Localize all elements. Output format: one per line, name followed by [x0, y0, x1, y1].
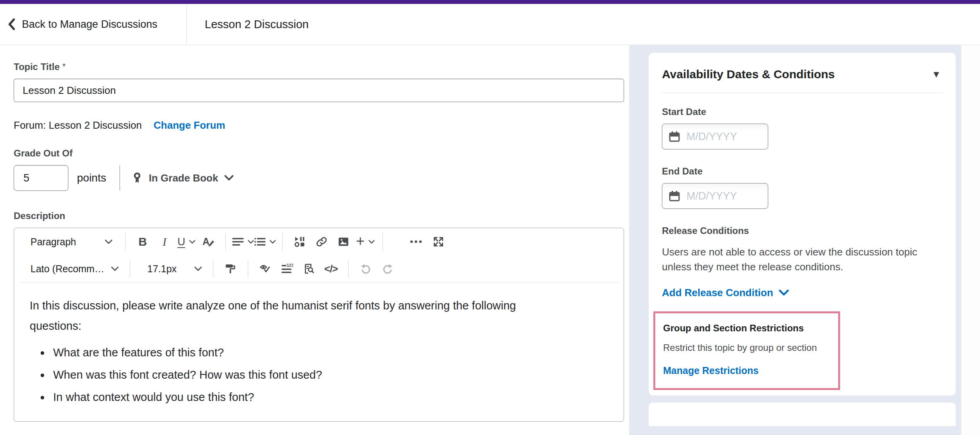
bulleted-list-icon	[254, 237, 266, 246]
image-icon	[338, 236, 349, 247]
toolbar-divider	[248, 260, 248, 278]
fullscreen-button[interactable]	[427, 231, 449, 253]
fullscreen-icon	[433, 236, 444, 247]
font-family-select[interactable]: Lato (Recomm…	[21, 258, 123, 280]
group-restrictions-title: Group and Section Restrictions	[663, 323, 830, 334]
add-release-condition-dropdown[interactable]: Add Release Condition	[662, 287, 789, 299]
chevron-down-icon	[248, 240, 254, 244]
end-date-input[interactable]	[687, 190, 753, 202]
back-chevron-icon	[8, 18, 16, 30]
points-unit-label: points	[77, 172, 106, 184]
chevron-down-icon	[368, 240, 375, 244]
description-paragraph: In this discussion, please write analyze…	[30, 296, 542, 336]
link-icon	[316, 236, 327, 247]
insert-link-button[interactable]	[311, 231, 333, 253]
description-bullet: When was this font created? How was this…	[50, 367, 606, 383]
toolbar-divider	[125, 233, 125, 251]
chevron-down-icon	[194, 266, 202, 271]
description-bullet-list: What are the features of this font? When…	[30, 345, 606, 405]
font-family-value: Lato (Recomm…	[30, 263, 104, 275]
topic-title-input[interactable]	[14, 79, 624, 102]
chevron-down-icon	[105, 239, 113, 244]
forum-name-text: Forum: Lesson 2 Discussion	[14, 119, 142, 131]
paint-roller-icon	[225, 263, 236, 274]
chevron-down-icon	[779, 289, 789, 296]
preview-button[interactable]	[298, 258, 320, 280]
redo-button[interactable]	[377, 258, 399, 280]
page-title: Lesson 2 Discussion	[205, 18, 309, 31]
format-painter-button[interactable]	[220, 258, 241, 280]
topic-title-label: Topic Title *	[14, 61, 66, 72]
grade-points-input[interactable]	[14, 165, 68, 191]
start-date-picker[interactable]	[662, 124, 768, 149]
underline-dropdown-button[interactable]: U	[175, 231, 197, 253]
required-asterisk: *	[62, 61, 66, 71]
accessibility-check-button[interactable]	[254, 258, 276, 280]
back-to-manage-discussions-link[interactable]: Back to Manage Discussions	[0, 18, 186, 31]
source-code-button[interactable]: </>	[320, 258, 342, 280]
chevron-down-icon	[224, 175, 234, 181]
settings-sidebar: Availability Dates & Conditions ▼ Start …	[629, 45, 980, 435]
next-panel-partial	[649, 403, 956, 426]
description-editor-content[interactable]: In this discussion, please write analyze…	[20, 282, 618, 421]
start-date-input[interactable]	[687, 131, 753, 143]
wordcount-digits: 123	[287, 263, 293, 268]
rich-text-editor: Paragraph B I U A	[14, 228, 624, 422]
accessibility-eye-check-icon	[260, 263, 271, 274]
collapse-triangle-icon: ▼	[932, 69, 941, 79]
editor-toolbar-row-2: Lato (Recomm… 17.1px	[14, 255, 624, 282]
word-count-button[interactable]: 123	[276, 258, 298, 280]
font-color-icon: A	[202, 236, 215, 248]
plus-icon: +	[356, 234, 365, 248]
insert-more-dropdown-button[interactable]: +	[354, 231, 376, 253]
insert-stuff-icon	[294, 236, 305, 247]
font-size-value: 17.1px	[147, 263, 177, 275]
manage-restrictions-link[interactable]: Manage Restrictions	[663, 365, 759, 376]
add-release-condition-label: Add Release Condition	[662, 287, 773, 299]
redo-icon	[382, 263, 393, 274]
calendar-icon	[669, 131, 680, 142]
toolbar-divider	[383, 233, 383, 251]
list-dropdown-button[interactable]	[254, 231, 276, 253]
release-conditions-label: Release Conditions	[662, 225, 942, 236]
grade-medal-icon	[132, 172, 143, 184]
toolbar-divider	[225, 233, 226, 251]
more-actions-button[interactable]: •••	[406, 231, 427, 253]
chevron-down-icon	[189, 240, 195, 244]
toolbar-divider	[130, 260, 130, 278]
panel-divider	[662, 93, 942, 93]
italic-button[interactable]: I	[154, 231, 175, 253]
topic-edit-form: Topic Title * Forum: Lesson 2 Discussion…	[0, 45, 629, 435]
in-grade-book-label: In Grade Book	[149, 172, 218, 184]
description-bullet: In what context would you use this font?	[50, 389, 606, 405]
collapse-panel-button[interactable]: ▼	[930, 68, 942, 81]
end-date-picker[interactable]	[662, 183, 768, 209]
bold-button[interactable]: B	[132, 231, 154, 253]
undo-icon	[360, 263, 371, 274]
font-color-button[interactable]: A	[197, 231, 219, 253]
insert-image-button[interactable]	[333, 231, 354, 253]
grade-row-divider	[120, 165, 120, 191]
preview-document-icon	[304, 263, 315, 274]
chevron-down-icon	[270, 240, 276, 244]
back-link-label: Back to Manage Discussions	[22, 18, 157, 31]
undo-button[interactable]	[355, 258, 377, 280]
header-divider	[186, 4, 187, 45]
chevron-down-icon	[111, 266, 119, 271]
grade-out-of-label: Grade Out Of	[14, 148, 629, 159]
availability-panel: Availability Dates & Conditions ▼ Start …	[649, 53, 956, 395]
editor-toolbar-row-1: Paragraph B I U A	[14, 228, 624, 255]
insert-stuff-button[interactable]	[289, 231, 311, 253]
font-size-select[interactable]: 17.1px	[136, 258, 207, 280]
underline-icon: U	[177, 235, 185, 248]
toolbar-divider	[282, 233, 283, 251]
change-forum-link[interactable]: Change Forum	[154, 119, 225, 131]
availability-panel-title: Availability Dates & Conditions	[662, 68, 835, 81]
paragraph-style-select[interactable]: Paragraph	[21, 231, 119, 253]
paragraph-style-value: Paragraph	[30, 236, 76, 248]
end-date-label: End Date	[662, 166, 942, 177]
alignment-dropdown-button[interactable]	[232, 231, 254, 253]
in-grade-book-dropdown[interactable]: In Grade Book	[132, 172, 234, 184]
page-header: Back to Manage Discussions Lesson 2 Disc…	[0, 4, 980, 45]
description-label: Description	[14, 210, 629, 221]
